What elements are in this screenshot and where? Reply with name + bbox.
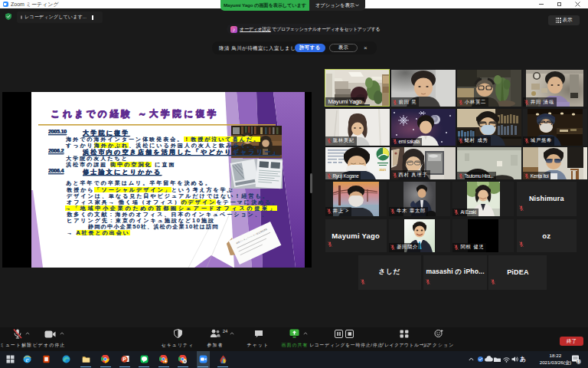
svg-text:P: P	[122, 356, 126, 362]
svg-text:13: 13	[577, 360, 581, 364]
svg-text:2021: 2021	[379, 168, 387, 172]
